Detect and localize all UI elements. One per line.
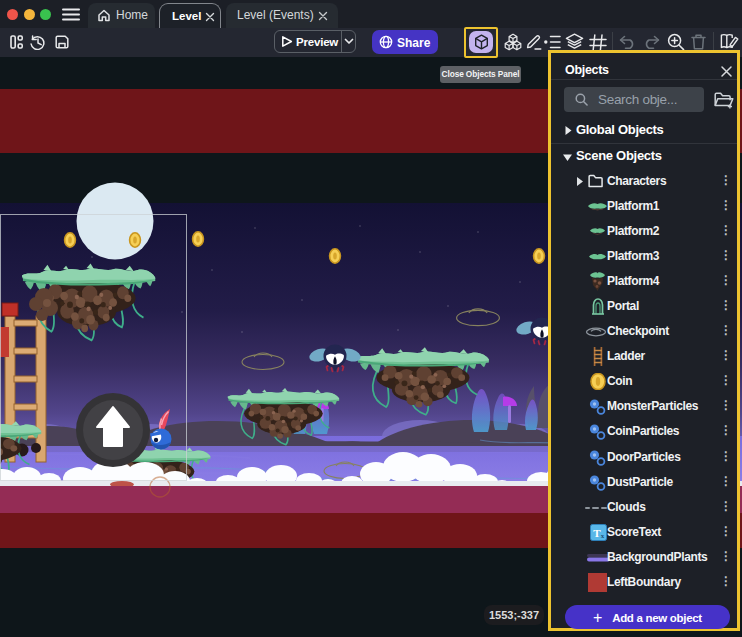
- svg-text:x: x: [601, 532, 605, 540]
